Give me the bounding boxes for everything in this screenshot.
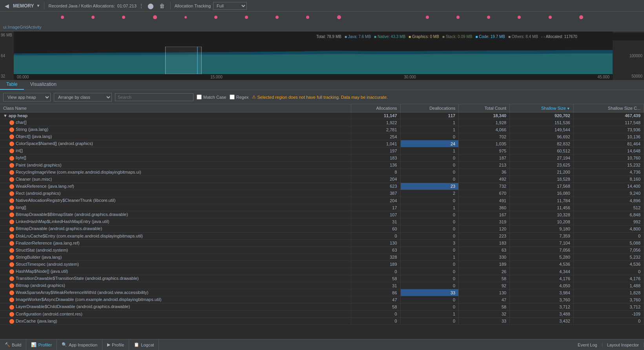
table-row[interactable]: Object[] (java.lang)254070296,69210,136: [0, 133, 644, 140]
y-label-32: 32: [1, 74, 13, 78]
logcat-icon: 📋: [134, 342, 139, 347]
match-case-checkbox[interactable]: Match Case: [197, 94, 226, 100]
table-row[interactable]: RecyclingImageView (com.example.android.…: [0, 169, 644, 176]
class-icon: [9, 248, 14, 253]
table-row[interactable]: StructStat (android.system)630637,0567,0…: [0, 247, 644, 254]
table-row[interactable]: Cleaner (sun.misc)204049218,5288,160: [0, 176, 644, 183]
table-row[interactable]: HashMap$Node[] (java.util)00264,3440: [0, 268, 644, 275]
allocation-tracking-label: Allocation Tracking: [175, 4, 211, 8]
table-row[interactable]: WeakSparseArray$WeakReferenceWithId (and…: [0, 289, 644, 296]
table-row[interactable]: ImageWorker$AsyncDrawable (com.example.a…: [0, 296, 644, 303]
table-row[interactable]: DexCache (java.lang)00333,4320: [0, 317, 644, 325]
regex-checkbox[interactable]: Regex: [230, 94, 249, 100]
status-right-items: Event Log Layout Inspector: [573, 343, 644, 347]
table-row[interactable]: Configuration (android.content.res)01323…: [0, 310, 644, 317]
class-icon: [9, 156, 14, 161]
build-icon: 🔨: [5, 342, 10, 347]
app-heap-row[interactable]: ▼ app heap 11,147 117 18,340 920,702 467…: [0, 112, 644, 119]
class-icon: [9, 227, 14, 232]
table-row[interactable]: NativeAllocationRegistry$CleanerThunk (l…: [0, 197, 644, 204]
class-icon: [9, 141, 14, 146]
table-row[interactable]: LayerDrawable$ChildDrawable (android.gra…: [0, 303, 644, 310]
class-icon: [9, 241, 14, 246]
tab-table[interactable]: Table: [0, 80, 24, 90]
class-icon: [9, 312, 14, 317]
warning-message: ⚠ Selected region does not have full tra…: [252, 94, 388, 100]
back-button[interactable]: ◀: [3, 2, 11, 10]
svg-marker-4: [14, 50, 613, 74]
table-row[interactable]: DiskLruCache$Entry (com.example.android.…: [0, 232, 644, 239]
table-row[interactable]: FinalizerReference (java.lang.ref)130318…: [0, 239, 644, 247]
search-input[interactable]: [115, 93, 193, 101]
col-shallow-size-c[interactable]: Shallow Size C...: [573, 104, 644, 112]
table-row[interactable]: int[]197197560,51214,648: [0, 147, 644, 154]
table-row[interactable]: byte[]183018727,19410,760: [0, 154, 644, 161]
right-label-100k: 100000: [614, 54, 642, 58]
controls-bar: View app heap View JNI heap Arrange by c…: [0, 90, 644, 104]
dot-3: [122, 16, 125, 19]
class-icon: [9, 276, 14, 281]
table-row[interactable]: String (java.lang)2,78114,066149,54473,9…: [0, 126, 644, 133]
dot-14: [518, 16, 521, 19]
legend-allocated: - - Allocated: 117670: [541, 34, 577, 39]
dot-5: [184, 16, 187, 18]
table-row[interactable]: ColorSpace$Named[] (android.graphics)1,0…: [0, 140, 644, 147]
arrange-dropdown[interactable]: Arrange by class Arrange by callstack: [54, 93, 112, 102]
legend-others: ■ Others: 8.4 MB: [508, 34, 538, 39]
table-row[interactable]: BitmapDrawable$BitmapState (android.grap…: [0, 211, 644, 218]
status-build[interactable]: 🔨 Build: [0, 339, 26, 350]
class-icon: [9, 283, 14, 288]
class-icon: [9, 149, 14, 153]
chart-legend: Total: 78.9 MB ■ Java: 7.6 MB ■ Native: …: [313, 33, 644, 40]
memory-chart: 96 MB 64 32 Total: 78.9 MB ■ Java: 7.6 M…: [0, 31, 644, 80]
tab-visualization[interactable]: Visualization: [24, 80, 63, 90]
col-shallow-size[interactable]: Shallow Size▼: [510, 104, 574, 112]
status-logcat[interactable]: 📋 Logcat: [129, 339, 159, 350]
svg-rect-5: [166, 47, 202, 74]
col-total-count[interactable]: Total Count: [459, 104, 510, 112]
table-row[interactable]: Rect (android.graphics)387267016,0809,24…: [0, 190, 644, 197]
col-deallocations[interactable]: Deallocations: [400, 104, 459, 112]
full-dropdown[interactable]: Full Sampled: [213, 2, 247, 10]
app-inspection-icon: 🔍: [62, 342, 67, 347]
table-row[interactable]: Bitmap (android.graphics)310924,0501,488: [0, 282, 644, 289]
profiler-icon: 📊: [31, 342, 36, 347]
table-row[interactable]: StructTimespec (android.system)18901894,…: [0, 261, 644, 268]
table-row[interactable]: Paint (android.graphics)136021323,62515,…: [0, 161, 644, 169]
stop-button[interactable]: ⬤: [146, 2, 155, 10]
data-table-container: Class Name Allocations Deallocations Tot…: [0, 104, 644, 339]
table-row[interactable]: TransitionDrawable$TransitionState (andr…: [0, 275, 644, 282]
memory-label: MEMORY: [13, 3, 34, 9]
x-label-45: 45.000: [597, 75, 609, 79]
delete-button[interactable]: 🗑: [158, 2, 166, 10]
status-profiler[interactable]: 📊 Profiler: [26, 339, 57, 350]
class-icon: [9, 163, 14, 168]
col-allocations[interactable]: Allocations: [351, 104, 401, 112]
dot-7: [245, 16, 248, 19]
table-row[interactable]: char[]1,92211,928151,536117,548: [0, 119, 644, 126]
time-value: 01:07.213: [117, 4, 137, 8]
separator2: [170, 2, 171, 10]
legend-stack: ■ Stack: 0.09 MB: [442, 34, 473, 39]
view-heap-dropdown[interactable]: View app heap View JNI heap: [3, 93, 51, 102]
table-row[interactable]: WeakReference (java.lang.ref)6232373217,…: [0, 183, 644, 190]
dot-15: [549, 16, 552, 19]
y-label-96: 96 MB: [1, 33, 13, 37]
status-event-log[interactable]: Event Log: [573, 343, 602, 347]
x-label-0: 00.000: [17, 75, 29, 79]
y-label-64: 64: [1, 54, 13, 58]
table-row[interactable]: long[]17136011,456512: [0, 204, 644, 211]
table-row[interactable]: BitmapDrawable (android.graphics.drawabl…: [0, 225, 644, 232]
table-row[interactable]: LinkedHashMap$LinkedHashMapEntry (java.u…: [0, 218, 644, 225]
status-layout-inspector[interactable]: Layout Inspector: [602, 343, 644, 347]
col-class-name[interactable]: Class Name: [0, 104, 351, 112]
status-profile[interactable]: ▶ Profile: [102, 339, 129, 350]
class-icon: [9, 297, 14, 302]
app-heap-name: ▼ app heap: [0, 112, 351, 119]
table-header-row: Class Name Allocations Deallocations Tot…: [0, 104, 644, 112]
status-app-inspection[interactable]: 🔍 App Inspection: [57, 339, 102, 350]
dot-1: [61, 16, 64, 19]
dot-8: [275, 16, 279, 19]
table-row[interactable]: StringBuilder (java.lang)32813305,2805,2…: [0, 254, 644, 261]
allocation-table: Class Name Allocations Deallocations Tot…: [0, 104, 644, 325]
